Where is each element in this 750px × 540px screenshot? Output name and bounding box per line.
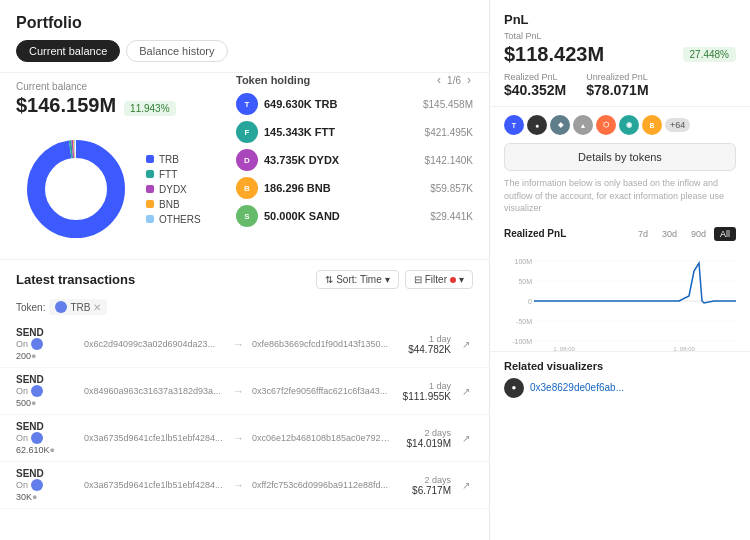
txn-arrow-2: → <box>233 432 244 444</box>
time-tab-30d[interactable]: 30d <box>656 227 683 241</box>
token-icon-trb: T <box>236 93 258 115</box>
token-name-bnb: 186.296 BNB <box>264 182 424 194</box>
token-name-ftt: 145.343K FTT <box>264 126 419 138</box>
eth-icon-2 <box>31 432 43 444</box>
realized-pnl-header: Realized PnL 7d 30d 90d All <box>504 227 736 241</box>
pnl-token-icon-5[interactable]: ◉ <box>619 115 639 135</box>
txn-export-1[interactable]: ↗ <box>459 386 473 397</box>
sort-button[interactable]: ⇅ Sort: Time ▾ <box>316 270 399 289</box>
txn-token-amount-3: 30K● <box>16 492 76 502</box>
token-icon-dydx: D <box>236 149 258 171</box>
txn-type-3: SEND <box>16 468 76 479</box>
token-filter-label: Token: <box>16 302 45 313</box>
txn-on-1: On <box>16 385 76 397</box>
pnl-total-badge: 27.448% <box>683 47 736 62</box>
svg-text:-100M: -100M <box>512 338 532 345</box>
txn-arrow-0: → <box>233 338 244 350</box>
eth-icon-1 <box>31 385 43 397</box>
txn-hash2-0: 0xfe86b3669cfcd1f90d143f1350... <box>252 339 393 349</box>
current-balance-amount: $146.159M <box>16 94 116 117</box>
txn-arrow-3: → <box>233 479 244 491</box>
token-row-ftt: F 145.343K FTT $421.495K <box>236 121 473 143</box>
txn-export-3[interactable]: ↗ <box>459 480 473 491</box>
txn-time-3: 2 days <box>401 475 451 485</box>
pnl-token-icon-2[interactable]: ◆ <box>550 115 570 135</box>
token-name-sand: 50.000K SAND <box>264 210 424 222</box>
token-usd-sand: $29.441K <box>430 211 473 222</box>
pnl-token-more[interactable]: +64 <box>665 118 690 132</box>
tab-current-balance[interactable]: Current balance <box>16 40 120 62</box>
svg-text:-50M: -50M <box>516 318 532 325</box>
legend-ftt: FTT <box>146 169 201 180</box>
token-nav-next[interactable]: › <box>465 73 473 87</box>
txn-export-2[interactable]: ↗ <box>459 433 473 444</box>
token-usd-dydx: $142.140K <box>425 155 473 166</box>
txn-on-3: On <box>16 479 76 491</box>
txn-hash2-1: 0x3c67f2fe9056fffac621c6f3a43... <box>252 386 393 396</box>
txn-time-0: 1 day <box>401 334 451 344</box>
table-row: SEND On 500● 0x84960a963c31637a3182d93a.… <box>0 368 489 415</box>
txn-time-2: 2 days <box>401 428 451 438</box>
sort-chevron: ▾ <box>385 274 390 285</box>
pnl-unrealized: Unrealized PnL $78.071M <box>586 72 648 98</box>
eth-icon-3 <box>31 479 43 491</box>
eth-icon-0 <box>31 338 43 350</box>
time-tabs: 7d 30d 90d All <box>632 227 736 241</box>
time-tab-90d[interactable]: 90d <box>685 227 712 241</box>
transactions-header: Latest transactions ⇅ Sort: Time ▾ ⊟ Fil… <box>0 260 489 295</box>
token-nav-prev[interactable]: ‹ <box>435 73 443 87</box>
txn-type-1: SEND <box>16 374 76 385</box>
txn-on-0: On <box>16 338 76 350</box>
pnl-realized-amount: $40.352M <box>504 82 566 98</box>
chart-legend: TRB FTT DYDX BNB <box>146 154 201 225</box>
tab-balance-history[interactable]: Balance history <box>126 40 227 62</box>
details-by-tokens-button[interactable]: Details by tokens <box>504 143 736 171</box>
pnl-total-row: $118.423M 27.448% <box>504 43 736 66</box>
txn-time-1: 1 day <box>401 381 451 391</box>
token-icon-sand: S <box>236 205 258 227</box>
token-nav: ‹ 1/6 › <box>435 73 473 87</box>
txn-token-amount-0: 200● <box>16 351 76 361</box>
pnl-token-icon-0[interactable]: T <box>504 115 524 135</box>
pnl-token-icon-1[interactable]: ● <box>527 115 547 135</box>
token-icons-row: T ● ◆ ▲ ⬡ ◉ B +64 <box>490 115 750 135</box>
token-usd-ftt: $421.495K <box>425 127 473 138</box>
txn-export-0[interactable]: ↗ <box>459 339 473 350</box>
time-tab-7d[interactable]: 7d <box>632 227 654 241</box>
token-row-trb: T 649.630K TRB $145.458M <box>236 93 473 115</box>
txn-amount-1: $111.955K <box>401 391 451 402</box>
table-row: SEND On 30K● 0x3a6735d9641cfe1lb51ebf428… <box>0 462 489 509</box>
legend-dydx: DYDX <box>146 184 201 195</box>
pnl-token-icon-6[interactable]: B <box>642 115 662 135</box>
txn-arrow-1: → <box>233 385 244 397</box>
token-usd-trb: $145.458M <box>423 99 473 110</box>
transactions-controls: ⇅ Sort: Time ▾ ⊟ Filter ▾ <box>316 270 473 289</box>
transactions-section: Latest transactions ⇅ Sort: Time ▾ ⊟ Fil… <box>0 260 489 540</box>
time-tab-all[interactable]: All <box>714 227 736 241</box>
txn-hash1-3: 0x3a6735d9641cfe1lb51ebf4284... <box>84 480 225 490</box>
pnl-header: PnL Total PnL $118.423M 27.448% Realized… <box>490 0 750 107</box>
filter-button[interactable]: ⊟ Filter ▾ <box>405 270 473 289</box>
token-holding-title: Token holding <box>236 74 310 86</box>
token-filter-close[interactable]: ✕ <box>93 302 101 313</box>
token-filter-row: Token: TRB ✕ <box>0 295 489 321</box>
token-filter-name: TRB <box>70 302 90 313</box>
portfolio-title: Portfolio <box>16 14 473 32</box>
related-section: Related visualizers ● 0x3e8629de0ef6ab..… <box>490 351 750 406</box>
svg-point-5 <box>46 159 106 219</box>
legend-bnb: BNB <box>146 199 201 210</box>
txn-amount-3: $6.717M <box>401 485 451 496</box>
filter-dot <box>450 277 456 283</box>
sort-label: Sort: Time <box>336 274 382 285</box>
legend-others: OTHERS <box>146 214 201 225</box>
txn-hash1-2: 0x3a6735d9641cfe1lb51ebf4284... <box>84 433 225 443</box>
token-nav-page: 1/6 <box>447 75 461 86</box>
related-address-0[interactable]: 0x3e8629de0ef6ab... <box>530 382 624 393</box>
pnl-token-icon-3[interactable]: ▲ <box>573 115 593 135</box>
token-name-trb: 649.630K TRB <box>264 98 417 110</box>
pnl-token-icon-4[interactable]: ⬡ <box>596 115 616 135</box>
txn-hash2-3: 0xff2fc753c6d0996ba9112e88fd... <box>252 480 393 490</box>
pnl-total-amount: $118.423M <box>504 43 604 66</box>
txn-amount-0: $44.782K <box>401 344 451 355</box>
realized-pnl-label: Realized PnL <box>504 228 566 239</box>
